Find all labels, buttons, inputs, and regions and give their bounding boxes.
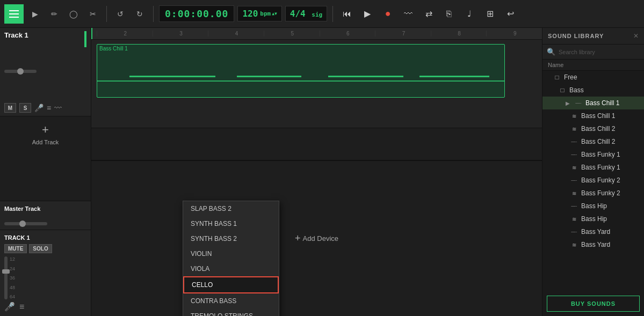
library-close-button[interactable]: ✕ [633,32,639,40]
svg-rect-4 [419,76,489,77]
lib-item-bass-funky-2b[interactable]: ≋ Bass Funky 2 [542,187,644,200]
track1-mic-icon[interactable]: 🎤 [34,104,44,112]
lib-item-bass-chill-1-active[interactable]: ▶ —· Bass Chill 1 [542,97,644,109]
track1-fader-track[interactable] [4,256,8,299]
play-button[interactable]: ▶ [359,5,376,23]
automation-button[interactable]: 〰 [400,5,417,23]
ruler-mark-3: 3 [153,31,208,36]
track1-volume-knob[interactable] [4,70,37,73]
lib-item-free[interactable]: □ Free [542,71,644,84]
lib-item-bass-yard-a[interactable]: —· Bass Yard [542,225,644,238]
lib-item-bass[interactable]: □ Bass [542,84,644,97]
skip-back-button[interactable]: ⏮ [338,5,356,23]
waveform-icon-bass-chill-2a: ≋ [570,126,578,132]
separator-1 [106,6,107,22]
dropdown-item-slap-bass-2[interactable]: SLAP BASS 2 [183,201,279,216]
add-device-label: Add Device [303,234,338,242]
time-sig-display[interactable]: 4/4 sig [285,6,327,21]
lib-label-bass-yard-a: Bass Yard [581,228,610,236]
lib-item-bass-hip-b[interactable]: ≋ Bass Hip [542,212,644,225]
lib-item-bass-hip-a[interactable]: —· Bass Hip [542,200,644,212]
lib-item-bass-chill-1[interactable]: ≋ Bass Chill 1 [542,109,644,122]
master-volume-knob[interactable] [4,222,47,225]
export-button[interactable]: ⎘ [440,5,458,23]
library-header: SOUND LIBRARY ✕ [542,28,644,45]
track1-fader: 12 24 36 48 64 [4,256,86,299]
svg-rect-2 [237,76,301,77]
track1-mute-button[interactable]: MUTE [4,244,27,253]
bpm-value: 120 [242,9,258,19]
library-col-header: Name [542,60,644,71]
db-scale: 12 24 36 48 64 [10,256,15,299]
ruler-numbers: 2 3 4 5 6 7 8 9 [91,31,542,36]
lib-item-bass-yard-b[interactable]: ≋ Bass Yard [542,238,644,251]
menu-button[interactable] [4,4,24,24]
waveform-icon-bass-hip-b: ≋ [570,216,578,222]
track1-controls: M S 🎤 ≡ 〰 [4,103,86,113]
track1-wave-icon[interactable]: 〰 [54,104,62,112]
db-36: 36 [10,275,15,281]
dash-icon-bass-funky-2a: —· [570,178,578,183]
pencil-tool-button[interactable]: ✏ [46,6,62,22]
track1-header: Track 1 M S 🎤 ≡ 〰 [0,28,91,116]
track1-bottom-mic-icon[interactable]: 🎤 [4,302,15,312]
track1-solo-button[interactable]: SOLO [29,244,52,253]
lib-item-bass-chill-2a[interactable]: ≋ Bass Chill 2 [542,122,644,135]
track1-mute-solo-row: MUTE SOLO [4,244,86,253]
settings-button[interactable]: ⊞ [481,5,498,23]
play-arrow-icon-bass-chill-1: ▶ [564,100,571,106]
track-clip-1[interactable]: Bass Chill 1 [97,44,505,98]
ruler-mark-2: 2 [97,31,153,36]
track1-fader-thumb[interactable] [2,269,10,274]
loop-button[interactable]: ⇄ [420,5,437,23]
record-button[interactable]: ● [379,5,396,23]
dropdown-item-contra-bass[interactable]: CONTRA BASS [183,293,279,308]
dropdown-item-synth-bass-2[interactable]: SYNTH BASS 2 [183,231,279,246]
library-search-input[interactable] [559,49,640,55]
folder-icon-bass: □ [559,86,566,94]
main-layout: Track 1 M S 🎤 ≡ 〰 + Add Track Master Tra… [0,28,644,316]
lib-label-bass: Bass [569,86,584,94]
dropdown-item-viola[interactable]: VIOLA [183,261,279,276]
buy-sounds-button[interactable]: BUY SOUNDS [547,296,640,312]
lib-item-bass-funky-2a[interactable]: —· Bass Funky 2 [542,174,644,187]
dropdown-item-synth-bass-1[interactable]: SYNTH BASS 1 [183,216,279,231]
waveform-svg [97,65,504,97]
dash-icon-bass-yard-a: —· [570,229,578,234]
metronome-button[interactable]: ♩ [461,5,478,23]
playhead [91,28,92,39]
waveform-icon-bass-yard-b: ≋ [570,242,578,248]
sound-library-panel: SOUND LIBRARY ✕ 🔍 Name □ Free □ Bass ▶ —… [542,28,644,316]
sig-unit: sig [312,11,322,18]
add-device-button[interactable]: + Add Device [295,233,338,244]
dropdown-item-tremolo-strings[interactable]: TREMOLO STRINGS [183,308,279,316]
ruler-mark-5: 5 [264,31,320,36]
library-search-bar: 🔍 [542,45,644,60]
dropdown-item-cello[interactable]: CELLO [183,276,279,293]
dropdown-item-violin[interactable]: VIOLIN [183,246,279,261]
left-panel: Track 1 M S 🎤 ≡ 〰 + Add Track Master Tra… [0,28,91,316]
separator-2 [153,6,154,22]
track1-header-top: Track 1 [4,31,86,39]
ruler-mark-8: 8 [431,31,487,36]
track1-lane[interactable]: Bass Chill 1 [91,40,542,128]
track1-solo-btn[interactable]: S [19,103,31,113]
lib-label-bass-chill-2b: Bass Chill 2 [581,138,615,145]
select-tool-button[interactable]: ▶ [27,6,43,22]
svg-rect-1 [129,76,215,77]
undo2-button[interactable]: ↩ [502,5,519,23]
track1-mute-btn[interactable]: M [4,103,16,113]
track1-bottom-eq-icon[interactable]: ≡ [19,302,24,312]
add-track-section[interactable]: + Add Track [0,116,91,201]
clock-tool-button[interactable]: ◯ [66,6,82,22]
lib-item-bass-funky-1b[interactable]: ≋ Bass Funky 1 [542,161,644,174]
bpm-arrows[interactable]: ▲▼ [272,11,277,16]
lib-item-bass-chill-2b[interactable]: —· Bass Chill 2 [542,135,644,148]
track1-name: Track 1 [4,31,28,39]
redo-button[interactable]: ↻ [132,6,148,22]
bpm-display[interactable]: 120 bpm ▲▼ [237,6,281,21]
scissors-tool-button[interactable]: ✂ [85,6,101,22]
track1-eq-icon[interactable]: ≡ [47,104,51,112]
undo-button[interactable]: ↺ [112,6,128,22]
lib-item-bass-funky-1a[interactable]: —· Bass Funky 1 [542,148,644,161]
